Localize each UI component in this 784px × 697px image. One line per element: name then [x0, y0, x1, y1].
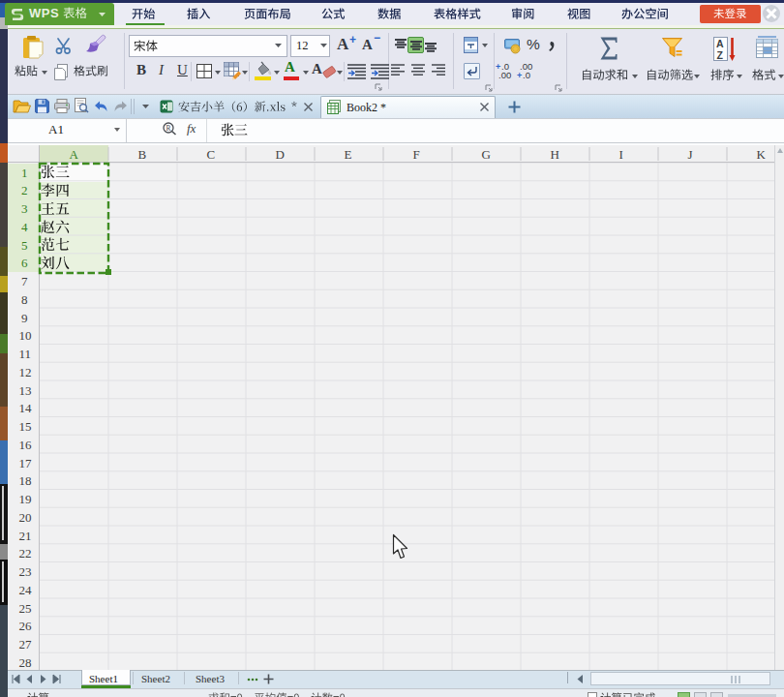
- svg-text:A: A: [716, 38, 724, 49]
- svg-text:.00: .00: [498, 70, 511, 80]
- svg-text:.0: .0: [523, 70, 530, 80]
- svg-text:+: +: [517, 71, 522, 80]
- svg-text:R: R: [166, 124, 171, 133]
- svg-text:Z: Z: [717, 49, 724, 61]
